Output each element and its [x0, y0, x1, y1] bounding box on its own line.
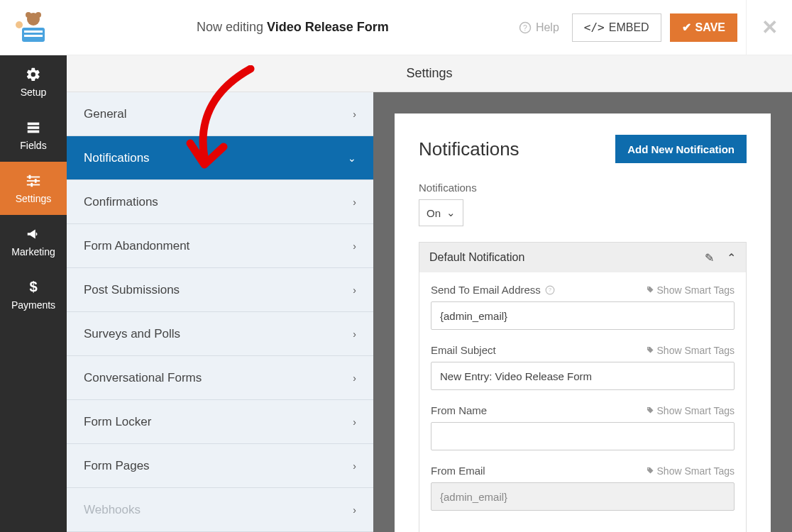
svg-rect-13 — [27, 180, 40, 182]
help-icon[interactable]: ? — [545, 285, 555, 295]
nav-label: Marketing — [11, 246, 55, 257]
add-button-label: Add New Notification — [627, 143, 735, 155]
chevron-right-icon: › — [353, 196, 356, 208]
svg-text:?: ? — [549, 287, 551, 292]
settings-item-label: General — [84, 107, 126, 121]
svg-rect-10 — [28, 126, 40, 129]
settings-item-surveys-and-polls[interactable]: Surveys and Polls › — [67, 312, 373, 356]
nav-label: Settings — [16, 193, 52, 204]
chevron-right-icon: › — [353, 284, 356, 296]
nav-item-setup[interactable]: Setup — [0, 55, 67, 109]
svg-point-6 — [16, 21, 23, 28]
code-icon: </> — [584, 21, 605, 34]
default-notification-box: Default Notification ✎ ⌃ Send To Email A… — [419, 242, 747, 532]
settings-item-label: Surveys and Polls — [84, 327, 180, 341]
svg-text:$: $ — [29, 279, 37, 294]
smart-tags-label: Show Smart Tags — [657, 345, 735, 356]
notifications-toggle-select[interactable]: On ⌄ — [419, 199, 463, 226]
settings-item-general[interactable]: General › — [67, 92, 373, 136]
nav-item-payments[interactable]: $ Payments — [0, 268, 67, 321]
chevron-right-icon: › — [353, 504, 356, 516]
edit-icon[interactable]: ✎ — [705, 251, 714, 265]
show-smart-tags-link[interactable]: Show Smart Tags — [646, 284, 735, 296]
save-label: SAVE — [695, 21, 725, 34]
right-panel-wrapper: Notifications Add New Notification Notif… — [373, 92, 792, 532]
help-link[interactable]: ? Help — [519, 21, 559, 34]
show-smart-tags-link[interactable]: Show Smart Tags — [646, 345, 735, 356]
settings-title-bar: Settings — [67, 55, 792, 92]
svg-rect-11 — [28, 130, 40, 133]
close-button[interactable]: ✕ — [752, 16, 786, 39]
svg-rect-17 — [31, 182, 33, 187]
collapse-icon[interactable]: ⌃ — [727, 251, 736, 265]
settings-item-label: Form Abandonment — [84, 239, 189, 253]
embed-button[interactable]: </> EMBED — [572, 13, 661, 42]
settings-title: Settings — [406, 66, 452, 81]
panel-title: Notifications — [419, 138, 519, 160]
default-notification-header: Default Notification ✎ ⌃ — [419, 243, 746, 272]
form-name: Video Release Form — [267, 20, 389, 34]
show-smart-tags-link[interactable]: Show Smart Tags — [646, 405, 735, 416]
settings-item-label: Notifications — [84, 151, 150, 165]
chevron-down-icon: ⌄ — [348, 153, 356, 164]
chevron-right-icon: › — [353, 372, 356, 384]
settings-item-label: Form Locker — [84, 415, 151, 429]
from-name-input[interactable] — [431, 422, 735, 450]
smart-tags-label: Show Smart Tags — [657, 284, 735, 296]
from-email-input[interactable] — [431, 482, 735, 511]
chevron-right-icon: › — [353, 416, 356, 428]
help-label: Help — [536, 21, 559, 34]
nav-label: Setup — [21, 87, 47, 98]
app-logo — [0, 0, 67, 55]
notifications-toggle-label: Notifications — [419, 182, 747, 194]
sliders-icon — [26, 173, 41, 189]
nav-item-fields[interactable]: Fields — [0, 109, 67, 162]
svg-point-2 — [35, 12, 41, 18]
settings-item-form-pages[interactable]: Form Pages › — [67, 444, 373, 488]
svg-rect-15 — [29, 174, 31, 179]
bullhorn-icon — [26, 226, 41, 242]
from-name-label: From Name — [431, 404, 487, 416]
add-new-notification-button[interactable]: Add New Notification — [615, 135, 747, 163]
email-subject-label: Email Subject — [431, 344, 496, 356]
smart-tags-label: Show Smart Tags — [657, 465, 735, 477]
settings-item-post-submissions[interactable]: Post Submissions › — [67, 268, 373, 312]
nav-label: Fields — [20, 140, 46, 151]
chevron-right-icon: › — [353, 240, 356, 252]
show-smart-tags-link[interactable]: Show Smart Tags — [646, 465, 735, 477]
settings-item-form-abandonment[interactable]: Form Abandonment › — [67, 224, 373, 268]
settings-item-notifications[interactable]: Notifications ⌄ — [67, 136, 373, 180]
tag-icon — [646, 467, 654, 475]
svg-rect-16 — [35, 179, 37, 183]
svg-rect-4 — [24, 31, 43, 33]
settings-item-label: Webhooks — [84, 503, 141, 517]
save-button[interactable]: ✔ SAVE — [670, 13, 737, 42]
nav-item-marketing[interactable]: Marketing — [0, 215, 67, 268]
default-notification-title: Default Notification — [429, 251, 524, 264]
settings-item-label: Form Pages — [84, 459, 150, 473]
editing-prefix: Now editing — [197, 20, 267, 34]
chevron-down-icon: ⌄ — [446, 206, 456, 219]
notifications-panel: Notifications Add New Notification Notif… — [395, 113, 771, 532]
email-subject-input[interactable] — [431, 362, 735, 390]
settings-item-form-locker[interactable]: Form Locker › — [67, 400, 373, 444]
from-email-label: From Email — [431, 465, 485, 477]
settings-item-confirmations[interactable]: Confirmations › — [67, 180, 373, 224]
settings-item-webhooks[interactable]: Webhooks › — [67, 488, 373, 532]
dollar-icon: $ — [26, 279, 41, 295]
svg-rect-9 — [28, 122, 40, 125]
settings-item-label: Conversational Forms — [84, 371, 202, 385]
tag-icon — [646, 406, 654, 415]
send-to-email-input[interactable] — [431, 301, 735, 330]
settings-item-conversational-forms[interactable]: Conversational Forms › — [67, 356, 373, 400]
chevron-right-icon: › — [353, 109, 356, 120]
check-icon: ✔ — [682, 21, 691, 34]
settings-list: General › Notifications ⌄ Confirmations … — [67, 92, 373, 532]
gear-icon — [26, 67, 41, 82]
nav-item-settings[interactable]: Settings — [0, 162, 67, 215]
svg-text:?: ? — [523, 23, 527, 31]
settings-item-label: Post Submissions — [84, 283, 180, 297]
list-icon — [26, 120, 41, 135]
svg-rect-5 — [24, 35, 43, 37]
embed-label: EMBED — [609, 21, 649, 34]
